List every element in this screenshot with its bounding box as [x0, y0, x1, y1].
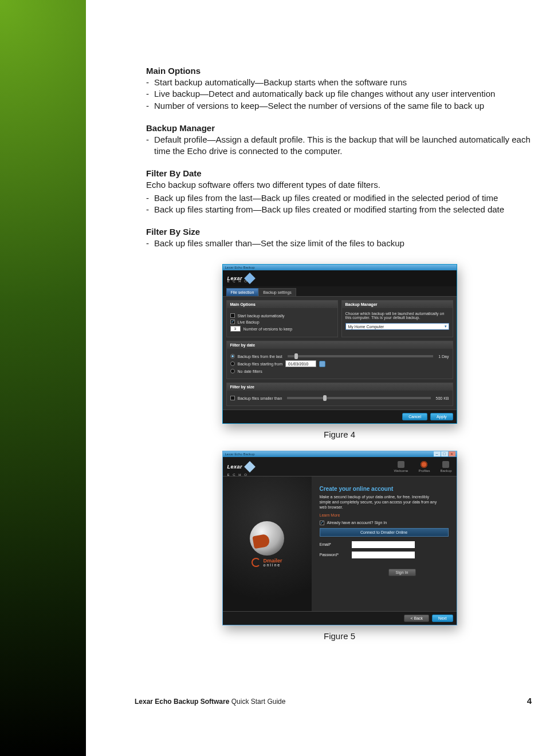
bullet-item: -Back up files from the last—Back up fil…: [146, 192, 533, 204]
minimize-button[interactable]: –: [434, 451, 441, 456]
app-header: Lexar E C H O Welcome Profiles Backup: [223, 457, 457, 477]
dmailer-logo: Dmailer online: [252, 558, 282, 567]
slider-period[interactable]: [288, 355, 434, 357]
value-period: 1 Day: [438, 355, 449, 359]
label-live-backup: Live Backup: [238, 320, 260, 324]
radio-files-from-last[interactable]: [230, 354, 235, 359]
checkbox-live-backup[interactable]: [230, 320, 235, 324]
panel-area: Main Options Start backup automatically …: [223, 296, 457, 410]
nav-profiles[interactable]: Profiles: [418, 461, 430, 472]
versions-stepper[interactable]: 3: [230, 326, 241, 332]
cancel-button[interactable]: Cancel: [402, 413, 427, 420]
figure-5: Lexar Echo Backup – □ × Lexar E C H O We…: [146, 451, 533, 641]
value-size: 500 KB: [436, 396, 449, 400]
bullet-item: -Start backup automatically—Backup start…: [146, 77, 533, 88]
slider-size[interactable]: [287, 397, 430, 399]
heading-filter-by-size: Filter By Size: [146, 227, 533, 237]
branding-panel: Dmailer online: [223, 477, 312, 611]
label-start-auto: Start backup automatically: [238, 314, 285, 318]
panel-title: Filter by size: [227, 383, 453, 391]
radio-files-starting-from[interactable]: [230, 361, 235, 366]
home-icon: [398, 461, 404, 468]
figure-5-caption: Figure 5: [324, 631, 355, 641]
create-desc: Make a second backup of your data online…: [320, 494, 440, 510]
window-title-text: Lexar Echo Backup: [225, 266, 255, 269]
sidebar-decor: [0, 0, 86, 756]
create-account-panel: Create your online account Make a second…: [312, 477, 457, 611]
panel-backup-manager: Backup Manager Choose which backup will …: [341, 300, 453, 337]
lexar-logo: Lexar E C H O: [227, 463, 254, 471]
apply-button[interactable]: Apply: [430, 413, 453, 420]
app-window-online: Lexar Echo Backup – □ × Lexar E C H O We…: [222, 451, 457, 625]
sign-in-button[interactable]: Sign In: [388, 569, 416, 576]
back-button[interactable]: < Back: [404, 615, 429, 622]
create-heading: Create your online account: [320, 486, 449, 492]
heading-filter-by-date: Filter By Date: [146, 168, 533, 178]
nav-welcome[interactable]: Welcome: [394, 461, 408, 472]
window-title-text: Lexar Echo Backup: [225, 452, 255, 456]
panel-title: Backup Manager: [342, 301, 453, 308]
default-profile-dropdown[interactable]: My Home Computer: [345, 323, 449, 330]
window-titlebar: Lexar Echo Backup: [223, 265, 457, 270]
label-files-starting-from: Backup files starting from: [238, 362, 283, 366]
maximize-button[interactable]: □: [441, 451, 448, 456]
header-icons: Welcome Profiles Backup: [394, 461, 452, 472]
already-label: Already have an account? Sign In: [327, 521, 387, 525]
refresh-icon: [442, 461, 449, 468]
close-button[interactable]: ×: [449, 451, 455, 456]
checkbox-already-account[interactable]: [320, 521, 324, 525]
calendar-icon[interactable]: [319, 361, 325, 367]
logo-sub: E C H O: [227, 473, 248, 477]
bullet-item: -Live backup—Detect and automatically ba…: [146, 88, 533, 100]
label-versions: Number of versions to keep: [243, 327, 293, 331]
tab-file-selection[interactable]: File selection: [226, 288, 259, 296]
label-no-date-filters: No date filters: [238, 369, 262, 373]
brand-sub: online: [263, 563, 282, 567]
bullet-item: -Back up files smaller than—Set the size…: [146, 238, 533, 249]
footer-bold: Lexar Echo Backup Software: [135, 698, 229, 706]
checkbox-smaller-than[interactable]: [230, 396, 235, 400]
logo-sub: E C H O: [227, 279, 248, 283]
filter-date-intro: Echo backup software offers two differen…: [146, 179, 533, 191]
panel-filter-by-size: Filter by size Backup files smaller than…: [226, 383, 453, 406]
footer-rest: Quick Start Guide: [229, 698, 285, 706]
password-label: Password*: [320, 553, 346, 557]
logo-cube-icon: [244, 461, 256, 472]
heading-main-options: Main Options: [146, 66, 533, 76]
app-footer: < Back Next: [223, 611, 457, 625]
label-files-from-last: Backup files from the last: [238, 355, 282, 359]
bullet-item: -Default profile—Assign a default profil…: [146, 134, 533, 158]
swirl-icon: [252, 558, 261, 567]
app-window-settings: Lexar Echo Backup Lexar E C H O File sel…: [222, 264, 457, 424]
label-smaller-than: Backup files smaller than: [238, 396, 282, 400]
next-button[interactable]: Next: [432, 615, 453, 622]
password-field[interactable]: [352, 552, 415, 558]
footer-text: Lexar Echo Backup Software Quick Start G…: [135, 698, 285, 706]
page-footer: Lexar Echo Backup Software Quick Start G…: [135, 696, 532, 706]
figure-4-caption: Figure 4: [324, 430, 355, 439]
tab-bar: File selection Backup settings: [223, 286, 457, 296]
panel-title: Main Options: [227, 301, 337, 308]
email-field[interactable]: [352, 541, 415, 548]
page-number: 4: [527, 696, 532, 706]
learn-more-link[interactable]: Learn More: [320, 513, 340, 517]
app-header: Lexar E C H O: [223, 270, 457, 286]
lexar-logo: Lexar E C H O: [227, 274, 254, 282]
content-area: Main Options -Start backup automatically…: [86, 0, 550, 756]
panel-title: Filter by date: [227, 341, 453, 349]
app-footer: Cancel Apply: [223, 410, 457, 423]
tab-backup-settings[interactable]: Backup settings: [258, 288, 296, 296]
date-input[interactable]: 01/03/2010: [285, 360, 316, 367]
window-titlebar: Lexar Echo Backup – □ ×: [223, 451, 457, 457]
globe-icon: [250, 521, 284, 556]
bullet-item: -Back up files starting from—Back up fil…: [146, 204, 533, 215]
window-controls: – □ ×: [434, 451, 455, 456]
panel-filter-by-date: Filter by date Backup files from the las…: [226, 341, 453, 379]
radio-no-date-filters[interactable]: [230, 369, 235, 373]
figure-4: Lexar Echo Backup Lexar E C H O File sel…: [146, 264, 533, 439]
nav-backup[interactable]: Backup: [440, 461, 451, 472]
gear-icon: [421, 461, 427, 468]
app-body: Dmailer online Create your online accoun…: [223, 477, 457, 611]
backup-manager-desc: Choose which backup will be launched aut…: [345, 312, 449, 320]
checkbox-start-auto[interactable]: [230, 313, 235, 318]
